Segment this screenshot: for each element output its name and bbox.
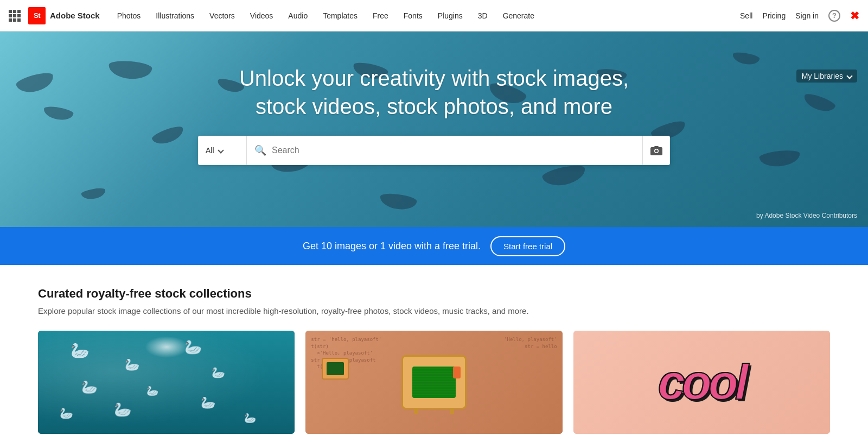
search-category-dropdown[interactable]: All xyxy=(198,136,247,165)
svg-point-1 xyxy=(655,150,658,153)
search-input-area: 🔍 xyxy=(247,136,642,165)
tv-scene: str = 'hello, playasoft' t(str) >'Hello,… xyxy=(305,331,562,434)
swan-icon: 🦢 xyxy=(71,342,90,359)
cool-text: cool xyxy=(658,358,745,407)
nav-item-vectors[interactable]: Vectors xyxy=(202,0,242,31)
visual-search-button[interactable] xyxy=(642,136,670,165)
tv-scan-lines xyxy=(412,367,456,398)
swans-illustration: 🦢 🦢 🦢 🦢 🦢 🦢 🦢 🦢 🦢 🦢 xyxy=(38,331,295,434)
nav-item-3d[interactable]: 3D xyxy=(470,0,495,31)
nav-item-fonts[interactable]: Fonts xyxy=(396,0,430,31)
tv-button xyxy=(453,367,461,378)
collection-card-swans[interactable]: 🦢 🦢 🦢 🦢 🦢 🦢 🦢 🦢 🦢 🦢 xyxy=(38,331,295,434)
code-bg-right: 'Hello, playasoft' str = hello xyxy=(504,336,557,350)
hero-section: My Libraries Unlock your creativity with… xyxy=(0,31,868,227)
nav-item-templates[interactable]: Templates xyxy=(315,0,365,31)
apps-icon[interactable] xyxy=(9,10,21,22)
search-dropdown-label: All xyxy=(206,146,214,155)
navbar-right: Sell Pricing Sign in ? ✖ xyxy=(740,9,859,22)
search-input[interactable] xyxy=(272,146,635,155)
start-free-trial-button[interactable]: Start free trial xyxy=(490,236,565,256)
sign-in-link[interactable]: Sign in xyxy=(795,11,819,20)
nav-links: Photos Illustrations Vectors Videos Audi… xyxy=(110,0,740,31)
chevron-down-icon xyxy=(218,147,224,153)
navbar: St Adobe Stock Photos Illustrations Vect… xyxy=(0,0,868,31)
retro-tv xyxy=(401,355,467,409)
tv-leg xyxy=(450,408,454,414)
camera-icon xyxy=(650,145,662,156)
navbar-left: St Adobe Stock xyxy=(9,7,110,24)
hero-title: Unlock your creativity with stock images… xyxy=(212,64,656,121)
nav-item-photos[interactable]: Photos xyxy=(110,0,149,31)
nav-item-plugins[interactable]: Plugins xyxy=(430,0,470,31)
swan-icon: 🦢 xyxy=(81,380,98,395)
pricing-link[interactable]: Pricing xyxy=(762,11,786,20)
logo-text: Adobe Stock xyxy=(50,11,100,20)
search-icon: 🔍 xyxy=(254,144,266,156)
nav-item-audio[interactable]: Audio xyxy=(280,0,315,31)
my-libraries-button[interactable]: My Libraries xyxy=(796,70,857,83)
nav-item-free[interactable]: Free xyxy=(365,0,396,31)
sell-link[interactable]: Sell xyxy=(740,11,752,20)
search-bar: All 🔍 xyxy=(198,136,670,165)
collection-card-cool[interactable]: cool xyxy=(573,331,830,434)
collections-title: Curated royalty-free stock collections xyxy=(38,287,830,301)
cool-scene: cool xyxy=(573,331,830,434)
hero-content: Unlock your creativity with stock images… xyxy=(0,31,868,165)
hero-credit: by Adobe Stock Video Contributors xyxy=(756,212,857,219)
chevron-down-icon xyxy=(846,73,852,79)
nav-item-videos[interactable]: Videos xyxy=(242,0,281,31)
collections-section: Curated royalty-free stock collections E… xyxy=(0,265,868,442)
small-tv xyxy=(322,358,349,380)
adobe-icon: ✖ xyxy=(850,9,859,22)
swan-icon: 🦢 xyxy=(60,407,73,420)
collections-grid: 🦢 🦢 🦢 🦢 🦢 🦢 🦢 🦢 🦢 🦢 str = 'hello, playas… xyxy=(38,331,830,434)
swan-icon: 🦢 xyxy=(244,412,256,424)
tv-screen xyxy=(412,367,456,398)
collection-card-tv[interactable]: str = 'hello, playasoft' t(str) >'Hello,… xyxy=(305,331,562,434)
swan-icon: 🦢 xyxy=(114,401,131,418)
nav-item-illustrations[interactable]: Illustrations xyxy=(148,0,202,31)
swan-icon: 🦢 xyxy=(146,385,158,397)
collections-subtitle: Explore popular stock image collections … xyxy=(38,306,830,315)
help-icon[interactable]: ? xyxy=(828,10,840,22)
logo-icon: St xyxy=(28,7,46,24)
nav-item-generate[interactable]: Generate xyxy=(495,0,542,31)
promo-text: Get 10 images or 1 video with a free tri… xyxy=(303,241,481,252)
tv-leg xyxy=(414,408,418,414)
swan-icon: 🦢 xyxy=(212,366,225,379)
promo-banner: Get 10 images or 1 video with a free tri… xyxy=(0,227,868,265)
swan-icon: 🦢 xyxy=(201,396,215,410)
logo[interactable]: St Adobe Stock xyxy=(28,7,100,24)
swan-icon: 🦢 xyxy=(125,358,139,372)
